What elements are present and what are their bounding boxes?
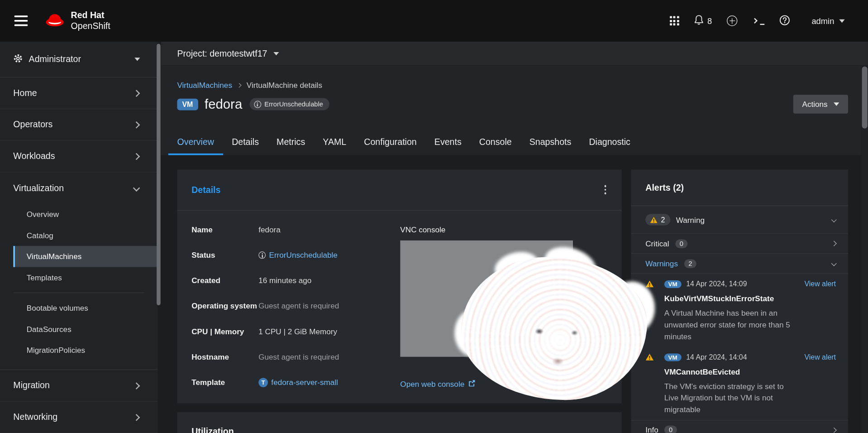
- tab-snapshots[interactable]: Snapshots: [520, 130, 580, 155]
- detail-value-created: 16 minutes ago: [258, 276, 400, 285]
- warnings-count-badge: 2: [684, 259, 696, 268]
- detail-value-cpu-memory: 1 CPU | 2 GiB Memory: [258, 327, 400, 337]
- project-selector[interactable]: Project: demotestwtf17: [161, 42, 868, 66]
- brand-text: Red Hat OpenShift: [71, 10, 110, 31]
- breadcrumb-virtualmachines-link[interactable]: VirtualMachines: [177, 81, 232, 90]
- kebab-menu-icon[interactable]: [602, 183, 608, 197]
- detail-label-template: Template: [191, 378, 258, 387]
- sidebar-item-label: DataSources: [27, 325, 72, 334]
- detail-value-name: fedora: [258, 225, 400, 235]
- vm-kind-badge: VM: [664, 280, 681, 288]
- web-terminal-button[interactable]: [753, 16, 765, 25]
- sidebar-item-bootable-volumes[interactable]: Bootable volumes: [0, 298, 158, 318]
- sidebar-item-templates[interactable]: Templates: [0, 267, 158, 288]
- tab-console[interactable]: Console: [470, 130, 520, 155]
- sidebar-item-label: Migration: [13, 380, 50, 390]
- warnings-group-label: Warnings: [645, 259, 678, 268]
- tab-diagnostic[interactable]: Diagnostic: [580, 130, 639, 155]
- chevron-down-icon: [831, 217, 837, 222]
- sidebar-item-datasources[interactable]: DataSources: [0, 318, 158, 339]
- alert-description: A Virtual Machine has been in an unwante…: [664, 308, 793, 342]
- user-menu[interactable]: admin: [811, 16, 844, 25]
- bell-icon: [694, 15, 704, 27]
- sidebar-item-home[interactable]: Home: [0, 77, 158, 109]
- tab-yaml[interactable]: YAML: [314, 130, 355, 155]
- alert-meta-row: VM 14 Apr 2024, 14:09 View alert: [645, 279, 836, 289]
- warning-count: 2: [661, 216, 665, 224]
- alert-description: The VM's eviction strategy is set to Liv…: [664, 380, 793, 415]
- sidebar-item-virt-overview[interactable]: Overview: [0, 204, 158, 225]
- alert-item: VM 14 Apr 2024, 14:09 View alert KubeVir…: [631, 274, 848, 346]
- sidebar-item-virtualization[interactable]: Virtualization: [0, 172, 158, 204]
- tab-details[interactable]: Details: [223, 130, 268, 155]
- details-card-title-link[interactable]: Details: [191, 185, 220, 195]
- sidebar-item-migration[interactable]: Migration: [0, 370, 158, 402]
- sidebar-item-operators[interactable]: Operators: [0, 109, 158, 141]
- sidebar-item-migrationpolicies[interactable]: MigrationPolicies: [0, 340, 158, 361]
- sidebar-item-virtualmachines[interactable]: VirtualMachines: [13, 246, 157, 267]
- sidebar-item-catalog[interactable]: Catalog: [0, 225, 158, 246]
- quick-create-button[interactable]: [727, 15, 737, 26]
- chevron-down-icon: [273, 52, 279, 55]
- template-link-label: fedora-server-small: [271, 378, 338, 387]
- chevron-down-icon: [133, 184, 140, 192]
- sidebar-item-label: Virtualization: [13, 183, 64, 193]
- chevron-right-icon: [831, 241, 837, 246]
- page-scrollbar-thumb[interactable]: [862, 67, 868, 129]
- tab-configuration[interactable]: Configuration: [355, 130, 426, 155]
- brand-line2: OpenShift: [71, 21, 110, 31]
- subnav-divider: [13, 293, 144, 293]
- vm-kind-badge: VM: [177, 98, 198, 110]
- status-badge-label: ErrorUnschedulable: [264, 100, 323, 108]
- alerts-group-warnings[interactable]: Warnings 2: [631, 254, 848, 274]
- alerts-card: Alerts (2) 2 Warning Critical 0 Warnings…: [631, 169, 848, 433]
- alerts-group-info[interactable]: Info 0: [631, 420, 848, 433]
- notification-count: 8: [707, 16, 712, 25]
- sidebar-scrollbar[interactable]: [157, 44, 161, 305]
- gear-icon: [13, 53, 23, 65]
- details-list: Name fedora Status ErrorUnschedulable Cr…: [191, 225, 400, 389]
- view-alert-link[interactable]: View alert: [805, 280, 836, 288]
- chevron-right-icon: [133, 153, 140, 160]
- sidebar-item-label: Bootable volumes: [27, 303, 88, 313]
- detail-value-status[interactable]: ErrorUnschedulable: [258, 250, 400, 260]
- sidebar-item-label: Catalog: [27, 231, 53, 240]
- details-card-header: Details: [177, 169, 621, 211]
- sidebar-item-workloads[interactable]: Workloads: [0, 141, 158, 173]
- page-header: VirtualMachines VirtualMachine details V…: [161, 65, 868, 155]
- sidebar-item-label: Operators: [13, 120, 52, 130]
- chevron-down-icon: [831, 261, 837, 266]
- detail-value-os: Guest agent is required: [258, 301, 400, 311]
- sidebar-item-label: Networking: [13, 412, 57, 422]
- brand-logo: Red Hat OpenShift: [45, 10, 110, 31]
- app-launcher-icon[interactable]: [670, 16, 679, 25]
- tab-metrics[interactable]: Metrics: [268, 130, 314, 155]
- warning-triangle-icon: [650, 216, 658, 223]
- perspective-switcher[interactable]: Administrator: [0, 42, 158, 78]
- grid-icon: [670, 16, 679, 25]
- openshift-console: Red Hat OpenShift 8: [0, 0, 868, 433]
- tab-events[interactable]: Events: [425, 130, 470, 155]
- chevron-down-icon: [834, 102, 839, 106]
- warning-count-pill: 2: [645, 214, 670, 226]
- alerts-group-critical[interactable]: Critical 0: [631, 234, 848, 254]
- tab-overview[interactable]: Overview: [168, 130, 223, 155]
- detail-value-template[interactable]: T fedora-server-small: [258, 378, 400, 387]
- sidebar-item-label: MigrationPolicies: [27, 346, 85, 355]
- chevron-right-icon: [237, 83, 242, 87]
- meme-overlay-image: [461, 257, 647, 400]
- project-label: Project: demotestwtf17: [177, 48, 267, 58]
- actions-button[interactable]: Actions: [793, 95, 848, 114]
- notifications-button[interactable]: 8: [694, 15, 712, 27]
- sidebar-item-networking[interactable]: Networking: [0, 402, 158, 433]
- view-alert-link[interactable]: View alert: [805, 353, 836, 361]
- hamburger-menu-icon[interactable]: [14, 15, 28, 26]
- alert-title: KubeVirtVMStuckInErrorState: [664, 294, 836, 303]
- chevron-right-icon: [133, 414, 140, 421]
- detail-label-cpu-memory: CPU | Memory: [191, 327, 258, 337]
- info-icon: [254, 101, 261, 108]
- utilization-card-title: Utilization: [191, 427, 234, 433]
- actions-button-label: Actions: [802, 100, 828, 109]
- help-button[interactable]: [779, 14, 790, 27]
- alerts-summary-row[interactable]: 2 Warning: [631, 206, 848, 234]
